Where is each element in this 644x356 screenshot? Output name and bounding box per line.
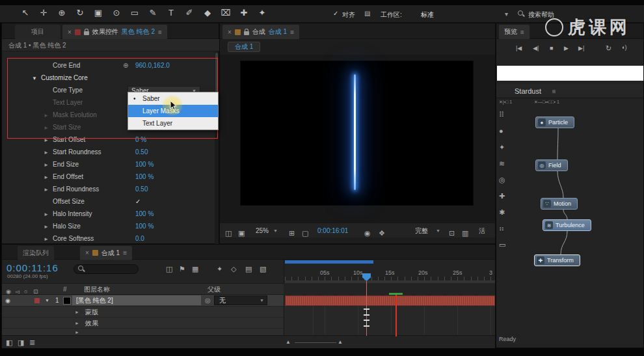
- panel-menu-icon[interactable]: ≡: [123, 249, 127, 256]
- stop-button[interactable]: ■: [550, 45, 553, 51]
- group-row-effects[interactable]: ► 效果: [2, 318, 284, 329]
- property-ibeam-marker[interactable]: [364, 320, 369, 327]
- twirl-icon[interactable]: ►: [44, 171, 49, 184]
- node-motion[interactable]: ∵ Motion: [541, 198, 578, 210]
- property-label[interactable]: End Size: [53, 158, 79, 171]
- expand-transfer-controls-icon[interactable]: ◨: [18, 338, 24, 347]
- expand-inout-panes-icon[interactable]: ≣: [29, 338, 35, 347]
- close-icon[interactable]: ×: [68, 29, 72, 36]
- property-label[interactable]: End Roundness: [53, 183, 99, 195]
- timeline-search-box[interactable]: [74, 264, 139, 274]
- play-button[interactable]: ▶: [564, 45, 569, 51]
- palette-plus-icon[interactable]: ✚: [499, 192, 505, 200]
- palette-emitter-icon[interactable]: ✦: [499, 143, 505, 152]
- layer-duration-bar[interactable]: [285, 295, 495, 306]
- tab-effect-controls[interactable]: × 效果控件 黑色 纯色 2 ≡: [62, 25, 167, 39]
- property-label[interactable]: End Offset: [53, 171, 83, 183]
- property-label[interactable]: Core End: [53, 59, 80, 72]
- shape-tool[interactable]: ▭: [127, 8, 142, 18]
- crosshair-icon[interactable]: ⊕: [123, 59, 128, 72]
- tab-project[interactable]: 项目: [15, 25, 60, 39]
- checkbox-checked-icon[interactable]: ✓: [135, 195, 141, 208]
- stardust-icon-strip-right[interactable]: ✕—□•▪□□▪ 1: [534, 100, 559, 105]
- composition-mini-flowchart-icon[interactable]: ◫: [166, 265, 172, 273]
- zoom-in-mountain-icon[interactable]: ▲: [338, 339, 343, 345]
- node-field[interactable]: ◎ Field: [535, 159, 568, 171]
- property-label[interactable]: Halo Size: [53, 220, 81, 232]
- palette-rect-icon[interactable]: ▭: [499, 241, 505, 249]
- hand-tool[interactable]: ✛: [36, 8, 51, 18]
- selection-tool[interactable]: ↖: [18, 8, 33, 18]
- composition-viewport[interactable]: [220, 55, 495, 223]
- close-icon[interactable]: ×: [228, 29, 232, 36]
- mask-visibility-icon[interactable]: ▢: [302, 226, 308, 241]
- roto-brush-tool[interactable]: ✚: [237, 8, 251, 18]
- column-parent[interactable]: 父级: [208, 284, 221, 295]
- group-row-masks[interactable]: ► 蒙版: [2, 307, 284, 318]
- layer-name[interactable]: [黑色 纯色 2]: [76, 295, 113, 307]
- time-ruler[interactable]: 05s 10s 15s 20s 25s 3: [284, 260, 495, 283]
- group-label[interactable]: 蒙版: [85, 307, 98, 318]
- resolution-dropdown-arrow[interactable]: ▼: [436, 223, 440, 238]
- property-value[interactable]: 0.0: [135, 232, 144, 245]
- twirl-icon[interactable]: ►: [75, 307, 79, 318]
- twirl-icon[interactable]: ►: [44, 221, 49, 233]
- twirl-icon[interactable]: ►: [44, 184, 49, 196]
- twirl-open-icon[interactable]: ▼: [32, 72, 37, 85]
- resolution-value[interactable]: 完整: [415, 223, 428, 238]
- puppet-pin-tool[interactable]: ✦: [255, 8, 269, 18]
- zoom-tool[interactable]: ⊕: [55, 8, 69, 18]
- expand-layer-switches-icon[interactable]: ◧: [6, 338, 12, 347]
- panel-menu-icon[interactable]: ≡: [520, 29, 524, 36]
- twirl-icon[interactable]: ►: [44, 122, 49, 134]
- property-label[interactable]: Start Roundness: [53, 146, 101, 158]
- first-frame-button[interactable]: |◀: [516, 45, 522, 51]
- stardust-menu-icon[interactable]: ≡: [552, 88, 556, 95]
- loop-icon[interactable]: ↻: [606, 44, 611, 53]
- current-timecode[interactable]: 0:00:11:16: [7, 262, 59, 273]
- lock-icon[interactable]: [244, 31, 249, 35]
- property-label[interactable]: Halo Intensity: [53, 208, 92, 220]
- channels-icon[interactable]: ❖: [379, 226, 385, 241]
- eraser-tool[interactable]: ⌧: [219, 8, 233, 18]
- tab-render-queue[interactable]: 渲染队列: [18, 246, 54, 260]
- group-label[interactable]: 效果: [85, 318, 98, 329]
- group-label[interactable]: Customize Core: [41, 72, 88, 84]
- zoom-out-mountain-icon[interactable]: ▲: [286, 339, 291, 345]
- property-value[interactable]: 100 %: [135, 171, 154, 183]
- property-value[interactable]: 100 %: [135, 158, 154, 171]
- viewer-tab-chip[interactable]: 合成 1: [228, 42, 260, 52]
- property-ibeam-marker[interactable]: [364, 308, 369, 316]
- tab-preview[interactable]: 预览 ≡: [499, 25, 530, 39]
- node-turbulence[interactable]: ≋ Turbulence: [543, 219, 591, 231]
- parent-value[interactable]: 无: [219, 295, 226, 307]
- twirl-icon[interactable]: ►: [44, 134, 49, 146]
- palette-dots-icon[interactable]: ⠶: [499, 225, 504, 233]
- brush-tool[interactable]: ✐: [182, 8, 196, 18]
- panel-menu-icon[interactable]: ≡: [158, 29, 162, 36]
- hide-shy-layers-icon[interactable]: ▦: [192, 265, 198, 273]
- audio-mute-icon[interactable]: ◖): [621, 44, 626, 51]
- property-value[interactable]: 0.50: [135, 183, 148, 195]
- pan-behind-tool[interactable]: ⊙: [109, 8, 124, 18]
- layer-twirl-icon[interactable]: ▼: [45, 295, 49, 307]
- property-value[interactable]: 0.50: [135, 146, 148, 158]
- palette-waves-icon[interactable]: ≋: [499, 159, 505, 168]
- node-transform[interactable]: ✚ Transform: [534, 254, 580, 266]
- palette-ring-icon[interactable]: ◎: [499, 176, 505, 184]
- eye-icon[interactable]: ◉: [5, 295, 10, 307]
- viewport-timecode[interactable]: 0:00:16:01: [317, 223, 348, 238]
- scrollbar[interactable]: [215, 51, 219, 245]
- pickwhip-icon[interactable]: ◎: [205, 295, 211, 307]
- align-checkbox[interactable]: ✓: [333, 10, 338, 17]
- twirl-icon[interactable]: ►: [44, 208, 49, 221]
- property-value[interactable]: 100 %: [135, 220, 154, 232]
- layer-row[interactable]: ◉ ▼ 1 [黑色 纯色 2] ◎ 无 ▼: [2, 295, 284, 307]
- motion-blur-icon[interactable]: ◇: [231, 265, 236, 273]
- tab-composition[interactable]: × 合成 合成 1 ≡: [222, 25, 299, 39]
- parent-dropdown-arrow[interactable]: ▼: [260, 295, 264, 307]
- monitor-icon[interactable]: ◫: [225, 226, 232, 241]
- property-label[interactable]: Core Type: [53, 84, 83, 96]
- rotation-tool[interactable]: ↻: [73, 8, 87, 18]
- draft-3d-icon[interactable]: ⚑: [179, 265, 185, 273]
